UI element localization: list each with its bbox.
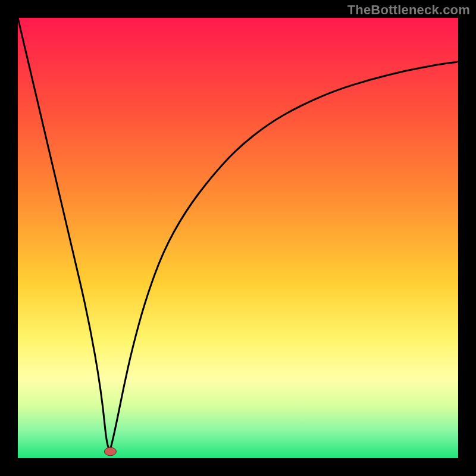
optimum-marker	[104, 447, 116, 456]
svg-rect-4	[458, 0, 476, 476]
plot-background	[18, 18, 458, 458]
svg-rect-3	[0, 0, 18, 476]
svg-rect-2	[0, 458, 476, 476]
svg-rect-1	[0, 0, 476, 18]
bottleneck-chart	[0, 0, 476, 476]
chart-stage: TheBottleneck.com	[0, 0, 476, 476]
